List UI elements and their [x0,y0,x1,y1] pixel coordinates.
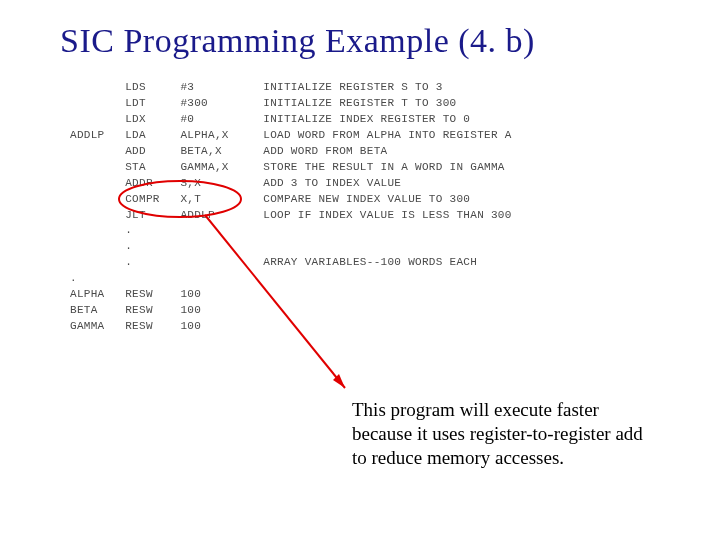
code-listing: LDS #3 INITIALIZE REGISTER S TO 3 LDT #3… [60,80,670,335]
caption-text: This program will execute faster because… [352,398,662,469]
slide-title: SIC Programming Example (4. b) [60,22,670,60]
svg-marker-2 [333,374,345,388]
slide: SIC Programming Example (4. b) LDS #3 IN… [0,0,720,540]
